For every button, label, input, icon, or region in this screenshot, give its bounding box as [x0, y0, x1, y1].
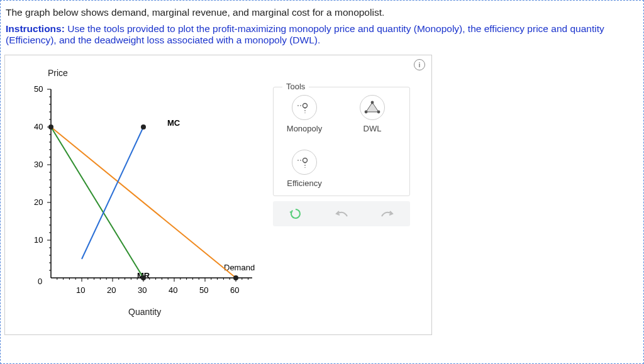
svg-point-71	[377, 111, 380, 114]
svg-point-65	[141, 124, 146, 130]
tools-legend: Tools	[282, 82, 309, 91]
tool-efficiency-label: Efficiency	[287, 179, 321, 188]
instructions-label: Instructions:	[6, 23, 65, 34]
undo-icon	[335, 209, 348, 219]
svg-line-59	[51, 127, 236, 278]
tool-efficiency: Efficiency	[282, 150, 326, 188]
svg-point-68	[303, 104, 308, 108]
tool-monopoly: Monopoly	[282, 95, 326, 133]
tools-column: Tools Monopoly	[262, 60, 410, 226]
svg-point-70	[371, 101, 374, 104]
reset-icon	[289, 207, 302, 220]
tool-monopoly-button[interactable]	[292, 95, 317, 120]
point-marker-icon	[296, 101, 313, 114]
tool-dwl-label: DWL	[364, 124, 382, 133]
tool-dwl-button[interactable]	[360, 95, 385, 120]
graph-panel: i Price 50 40 30 20 10 0 10 20 30 40 50 …	[4, 55, 432, 335]
tool-efficiency-button[interactable]	[292, 150, 317, 175]
svg-point-64	[141, 275, 146, 280]
instructions-text: Instructions: Use the tools provided to …	[6, 23, 640, 46]
reset-button[interactable]	[287, 205, 304, 223]
redo-button[interactable]	[379, 205, 396, 223]
tool-monopoly-label: Monopoly	[287, 124, 322, 133]
redo-icon	[380, 209, 394, 219]
intro-text: The graph below shows demand, marginal r…	[6, 7, 640, 18]
svg-point-72	[365, 111, 368, 114]
controls-row	[273, 201, 410, 226]
svg-point-63	[233, 275, 238, 280]
svg-line-60	[51, 127, 143, 278]
tool-dwl: DWL	[350, 95, 394, 133]
svg-point-62	[48, 124, 53, 130]
chart[interactable]: Price 50 40 30 20 10 0 10 20 30 40 50 60…	[10, 68, 262, 319]
chart-svg	[10, 68, 262, 319]
info-icon[interactable]: i	[414, 59, 425, 70]
svg-point-75	[303, 158, 308, 163]
instructions-body: Use the tools provided to plot the profi…	[6, 23, 604, 45]
point-marker-icon	[296, 155, 313, 169]
question-container: The graph below shows demand, marginal r…	[0, 0, 644, 364]
tools-box: Tools Monopoly	[273, 87, 410, 196]
triangle-icon	[364, 101, 381, 114]
undo-button[interactable]	[333, 205, 350, 223]
